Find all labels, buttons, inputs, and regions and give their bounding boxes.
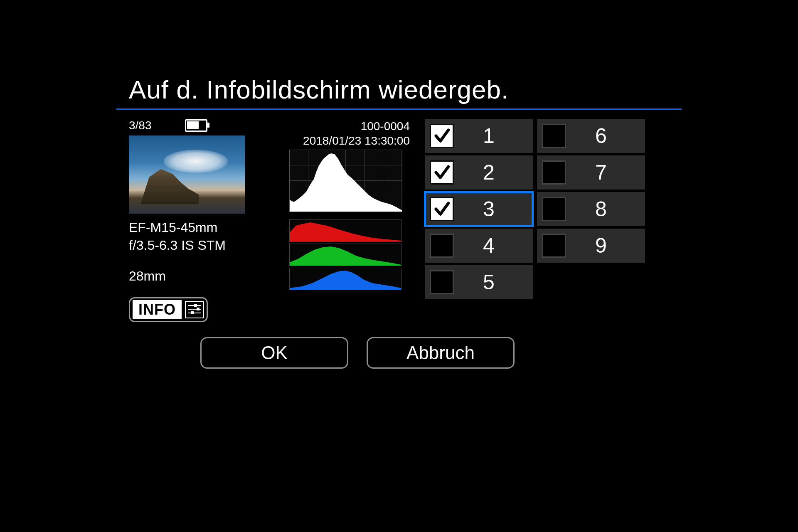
option-label: 6 — [574, 124, 640, 148]
option-label: 1 — [461, 124, 528, 148]
checkbox-icon — [542, 160, 566, 185]
option-1[interactable]: 1 — [425, 119, 533, 153]
info-screen-options: 123456789 — [425, 119, 658, 322]
camera-menu-screen: Auf d. Infobildschirm wiedergeb. 3/83 EF… — [116, 75, 682, 457]
checkbox-icon — [542, 234, 566, 258]
status-row: 3/83 — [129, 119, 278, 132]
histogram-column: 100-0004 2018/01/23 13:30:00 — [281, 119, 422, 322]
file-datetime: 2018/01/23 13:30:00 — [289, 133, 410, 148]
option-3[interactable]: 3 — [425, 192, 533, 226]
preview-column: 3/83 EF-M15-45mm f/3.5-6.3 IS STM 28mm I… — [129, 119, 278, 322]
lens-info: EF-M15-45mm f/3.5-6.3 IS STM — [129, 219, 278, 254]
option-label: 8 — [574, 197, 640, 221]
green-histogram — [289, 244, 401, 266]
option-label: 4 — [461, 234, 528, 258]
focal-length: 28mm — [129, 268, 278, 284]
checkbox-icon — [430, 124, 454, 148]
red-histogram — [289, 219, 401, 242]
rgb-histograms — [289, 219, 401, 290]
option-5[interactable]: 5 — [425, 265, 533, 299]
lens-name-line2: f/3.5-6.3 IS STM — [129, 236, 278, 254]
option-8[interactable]: 8 — [537, 192, 645, 226]
checkbox-icon — [542, 197, 566, 221]
image-counter: 3/83 — [129, 119, 152, 132]
cancel-button[interactable]: Abbruch — [367, 337, 515, 369]
file-number: 100-0004 — [289, 119, 410, 133]
option-label: 9 — [574, 234, 640, 258]
option-label: 5 — [461, 270, 528, 294]
option-label: 3 — [461, 197, 528, 221]
info-button[interactable]: INFO — [129, 297, 208, 322]
ok-button[interactable]: OK — [200, 337, 348, 369]
info-label: INFO — [133, 300, 182, 319]
file-metadata: 100-0004 2018/01/23 13:30:00 — [289, 119, 422, 148]
blue-histogram — [289, 268, 401, 290]
content-area: 3/83 EF-M15-45mm f/3.5-6.3 IS STM 28mm I… — [116, 119, 682, 322]
option-label: 7 — [574, 160, 640, 185]
checkbox-icon — [430, 197, 454, 221]
page-title: Auf d. Infobildschirm wiedergeb. — [129, 75, 682, 104]
checkbox-icon — [430, 160, 454, 185]
footer-buttons: OK Abbruch — [116, 337, 682, 369]
option-4[interactable]: 4 — [425, 229, 533, 263]
option-2[interactable]: 2 — [425, 155, 533, 190]
luminance-histogram — [289, 150, 402, 212]
photo-thumbnail — [129, 135, 245, 214]
option-label: 2 — [461, 160, 528, 185]
checkbox-icon — [430, 270, 454, 294]
title-underline — [116, 108, 682, 110]
sliders-icon — [185, 301, 204, 318]
option-7[interactable]: 7 — [537, 155, 645, 190]
option-6[interactable]: 6 — [537, 119, 645, 153]
checkbox-icon — [430, 234, 454, 258]
checkbox-icon — [542, 124, 566, 148]
battery-icon — [185, 119, 207, 132]
lens-name-line1: EF-M15-45mm — [129, 219, 278, 236]
option-9[interactable]: 9 — [537, 229, 645, 263]
